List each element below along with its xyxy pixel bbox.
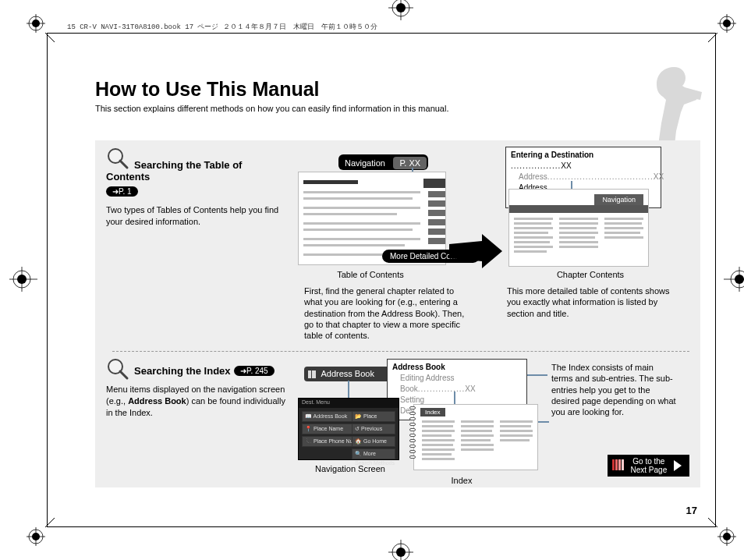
toc-heading: Searching the Table of Contents bbox=[106, 153, 285, 183]
crop-mark-top-left bbox=[27, 14, 55, 42]
triangle-right-icon bbox=[674, 460, 682, 471]
section-searching-index: Searching the Index ➜P. 245 Menu items d… bbox=[106, 363, 285, 427]
frame-line-top bbox=[47, 33, 716, 34]
svg-line-40 bbox=[120, 371, 127, 378]
svg-marker-38 bbox=[449, 234, 502, 268]
magnifier-icon bbox=[106, 147, 129, 170]
caption-navigation-screen: Navigation Screen bbox=[299, 464, 401, 473]
index-thumbnail: Index bbox=[413, 404, 538, 470]
navigation-tab-label: Navigation bbox=[340, 157, 390, 169]
caption-table-of-contents: Table of Contents bbox=[320, 270, 421, 279]
crop-mark-bottom-left bbox=[27, 518, 55, 546]
toc-explain-second: This more detailed table of contents sho… bbox=[507, 285, 671, 319]
crop-mark-bottom-right bbox=[708, 518, 736, 546]
crop-mark-left-mid bbox=[6, 264, 37, 295]
svg-line-37 bbox=[120, 161, 127, 168]
crop-mark-bottom-mid bbox=[385, 537, 416, 560]
chapter-badge: Navigation bbox=[594, 194, 643, 205]
index-explain-para: The Index consists of main terms and sub… bbox=[551, 362, 676, 417]
book-icon bbox=[307, 370, 317, 379]
toc-explain-first: First, find the general chapter related … bbox=[304, 285, 466, 341]
section-divider bbox=[112, 351, 689, 352]
instruction-panel: Searching the Table of Contents ➜P. 1 Tw… bbox=[95, 140, 700, 487]
spiral-binding-icon bbox=[409, 406, 417, 468]
abk-title: Address Book bbox=[392, 362, 522, 373]
address-book-menu-header: Address Book bbox=[304, 367, 396, 381]
crop-mark-top-mid bbox=[385, 0, 416, 23]
index-tab-label: Index bbox=[420, 408, 445, 416]
enter-row1: Address bbox=[519, 172, 547, 181]
page-number: 17 bbox=[686, 505, 697, 516]
chapter-contents-thumbnail: Navigation bbox=[508, 189, 649, 267]
caption-chapter-contents: Chapter Contents bbox=[540, 270, 641, 279]
magnifier-icon bbox=[106, 357, 129, 381]
page-intro: This section explains different methods … bbox=[95, 104, 699, 113]
page-content: How to Use This Manual This section expl… bbox=[95, 78, 699, 129]
toc-description: Two types of Tables of Contents help you… bbox=[106, 204, 285, 228]
crop-mark-right-mid bbox=[724, 264, 744, 295]
caption-index: Index bbox=[430, 476, 493, 485]
print-header-info: 15 CR-V NAVI-31T0A8100.book 17 ページ ２０１４年… bbox=[67, 22, 705, 32]
crop-mark-top-right bbox=[708, 14, 736, 42]
section-searching-toc: Searching the Table of Contents ➜P. 1 Tw… bbox=[106, 153, 285, 236]
stripes-icon bbox=[612, 459, 625, 472]
arrow-right-icon bbox=[449, 234, 501, 268]
index-description: Menu items displayed on the navigation s… bbox=[106, 384, 285, 419]
connector-line bbox=[348, 381, 349, 399]
frame-line-right bbox=[715, 33, 716, 527]
index-heading: Searching the Index bbox=[134, 359, 231, 377]
enter-title: Entering a Destination bbox=[511, 151, 593, 159]
svg-line-9 bbox=[708, 33, 717, 42]
manual-page: 15 CR-V NAVI-31T0A8100.book 17 ページ ２０１４年… bbox=[0, 0, 744, 560]
connector-line bbox=[538, 421, 549, 423]
go-next-label: Go to theNext Page bbox=[631, 457, 668, 474]
navigation-tab-callout: Navigation P. XX bbox=[338, 154, 428, 170]
connector-line bbox=[527, 374, 547, 376]
frame-line-left bbox=[47, 33, 48, 527]
index-page-badge: ➜P. 245 bbox=[234, 366, 275, 376]
page-title: How to Use This Manual bbox=[95, 78, 699, 101]
go-to-next-page-button[interactable]: Go to theNext Page bbox=[608, 455, 689, 477]
frame-line-bottom bbox=[47, 526, 716, 527]
navigation-screen-thumbnail: Dest. Menu 📖 Address Book 📍 Place Name 📞… bbox=[298, 398, 399, 460]
toc-page-badge: ➜P. 1 bbox=[106, 186, 138, 197]
navigation-tab-page: P. XX bbox=[393, 157, 427, 169]
